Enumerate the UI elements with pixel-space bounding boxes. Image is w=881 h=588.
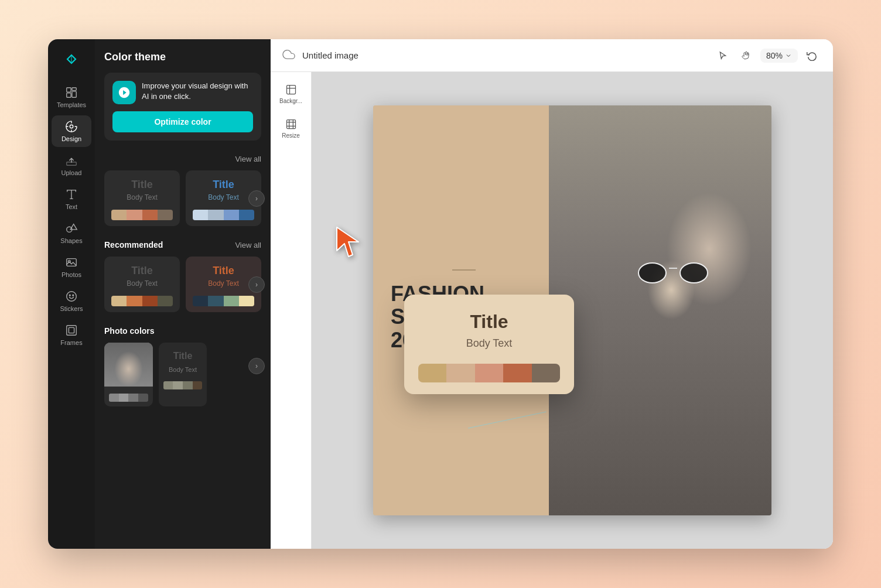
ai-banner: Improve your visual design with AI in on… [104,73,261,141]
theme-grid: Title Body Text Title Body Text [104,170,261,226]
color-panel: Color theme Improve your visual design w… [95,39,271,549]
photo-colors-next[interactable]: › [248,358,265,374]
cloud-icon [282,48,295,63]
canvas-body: Backgr... Resize FASHIONSUNGLASSES20% [271,72,833,549]
panel-title: Color theme [104,51,261,63]
photo-colors-title: Photo colors [104,326,155,336]
recommended-view-all[interactable]: View all [235,241,261,249]
recommended-card-1-body: Body Text [208,279,238,288]
theme-card-0-title: Title [131,179,153,191]
svg-point-13 [73,295,74,296]
sg-lens-left [638,262,667,283]
right-tools: Backgr... Resize [271,72,312,549]
svg-rect-15 [69,327,74,333]
canvas-main: FASHIONSUNGLASSES20% OFF [312,72,833,549]
theme-card-1-colors [193,210,254,220]
sg-lens-right [679,262,708,283]
expanded-card-title: Title [470,311,508,333]
photo-card-0[interactable] [104,343,153,406]
theme-card-0-body: Body Text [127,193,157,201]
sg-bridge [669,268,677,269]
recommended-card-0-colors [111,296,173,306]
recommended-card-0[interactable]: Title Body Text [104,257,180,312]
svg-point-11 [67,292,77,302]
sidebar-item-design[interactable]: Design [52,115,91,147]
icon-sidebar: Templates Design Upload Text [48,39,95,549]
expanded-color-card[interactable]: Title Body Text [404,295,574,394]
photo-colors-header: Photo colors [104,326,261,336]
pan-tool-button[interactable] [737,46,756,65]
canvas-decorative-line [452,269,476,271]
svg-rect-4 [67,93,71,97]
canvas-photo-panel [549,105,771,515]
optimize-color-button[interactable]: Optimize color [112,111,253,132]
ai-banner-text: Improve your visual design with AI in on… [142,81,253,102]
expanded-card-body: Body Text [466,337,513,350]
doc-title: Untitled image [302,50,706,60]
app-window: Templates Design Upload Text [48,39,833,549]
svg-rect-1 [67,88,71,92]
svg-marker-8 [70,224,77,230]
canvas-photo [549,105,771,515]
ai-icon-box [112,81,136,104]
background-tool[interactable]: Backgr... [274,79,308,109]
themes-section-header: View all [104,155,261,163]
svg-point-12 [69,295,70,296]
theme-card-1-title: Title [213,179,234,191]
sidebar-item-upload[interactable]: Upload [52,149,91,181]
sidebar-item-templates[interactable]: Templates [52,81,91,113]
svg-rect-17 [286,120,295,129]
svg-rect-9 [67,259,77,266]
sidebar-item-photos[interactable]: Photos [52,251,91,283]
photo-card-1-colors [163,381,203,389]
recommended-grid: Title Body Text Title Body Text [104,257,261,312]
photo-card-1[interactable]: Title Body Text [159,343,207,406]
top-bar-actions: 80% [713,46,821,65]
theme-card-1-body: Body Text [208,193,238,201]
svg-point-5 [70,125,73,128]
top-bar: Untitled image 80% [271,39,833,72]
theme-card-0-colors [111,210,173,220]
sidebar-item-text[interactable]: Text [52,183,91,215]
resize-tool[interactable]: Resize [274,114,308,143]
sunglasses [638,261,708,285]
canvas-area: Untitled image 80% [271,39,833,549]
theme-grid-next[interactable]: › [248,190,265,207]
theme-card-0[interactable]: Title Body Text [104,170,180,226]
app-logo [61,49,82,70]
svg-rect-16 [286,86,295,94]
recommended-card-1-title: Title [213,265,234,277]
photo-colors-grid: Title Body Text › [104,343,261,406]
recommended-grid-next[interactable]: › [248,276,265,293]
sidebar-item-shapes[interactable]: Shapes [52,217,91,249]
sidebar-item-stickers[interactable]: Stickers [52,285,91,317]
expanded-card-colors [418,364,560,382]
svg-rect-14 [67,326,77,336]
cursor-tool-button[interactable] [713,46,732,65]
photo-card-0-colors [109,394,148,402]
sidebar-item-frames[interactable]: Frames [52,319,91,351]
recommended-section-header: Recommended View all [104,240,261,249]
svg-rect-2 [72,88,76,91]
recommended-title: Recommended [104,240,163,249]
recommended-card-0-title: Title [131,265,153,277]
zoom-control[interactable]: 80% [760,49,798,63]
recommended-card-0-body: Body Text [127,279,157,288]
undo-button[interactable] [803,46,821,65]
svg-rect-3 [72,91,76,97]
zoom-value: 80% [766,51,783,60]
recommended-card-1-colors [193,296,254,306]
svg-marker-18 [337,227,358,257]
themes-view-all[interactable]: View all [235,155,261,163]
